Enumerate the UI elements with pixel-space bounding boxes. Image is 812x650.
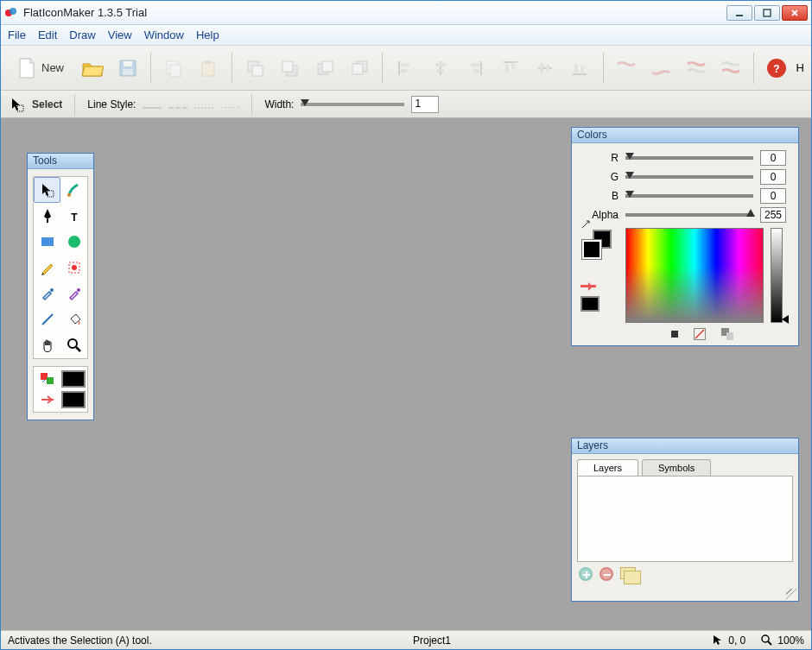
flip-v-button[interactable]	[645, 51, 676, 85]
color-mode-swap[interactable]	[721, 328, 733, 340]
tools-grid: T	[33, 176, 88, 359]
separator	[74, 94, 75, 115]
tool-brush[interactable]	[60, 177, 87, 203]
swap-icon	[580, 219, 593, 230]
layer-list[interactable]	[577, 476, 793, 562]
color-spectrum[interactable]	[625, 228, 764, 323]
copy-button[interactable]	[158, 51, 189, 85]
svg-point-45	[68, 236, 80, 248]
tool-text[interactable]: T	[60, 203, 87, 229]
line-style-label: Line Style:	[87, 98, 136, 110]
align-left-button[interactable]	[390, 51, 421, 85]
reset-colors-icon[interactable]	[580, 282, 596, 291]
menu-edit[interactable]: Edit	[38, 28, 57, 41]
tool-eyedropper[interactable]	[34, 281, 60, 306]
line-style-thin[interactable]	[220, 100, 239, 108]
menu-file[interactable]: File	[8, 28, 26, 41]
menu-window[interactable]: Window	[144, 28, 184, 41]
tool-ellipse[interactable]	[60, 229, 87, 255]
svg-rect-29	[505, 64, 509, 73]
align-center-v-button[interactable]	[530, 51, 561, 85]
default-colors-icon[interactable]	[37, 391, 58, 408]
svg-rect-3	[764, 9, 771, 16]
tool-color-dropper[interactable]	[60, 281, 87, 306]
add-layer-button[interactable]	[579, 567, 593, 581]
close-button[interactable]	[782, 5, 808, 21]
maximize-button[interactable]	[754, 5, 780, 21]
svg-rect-40	[48, 191, 54, 197]
delete-layer-button[interactable]	[599, 567, 613, 581]
tool-line[interactable]	[34, 306, 60, 332]
tool-hand[interactable]	[34, 332, 60, 358]
width-slider[interactable]	[301, 103, 404, 106]
window-controls	[726, 5, 808, 21]
align-top-button[interactable]	[494, 51, 525, 85]
align-bottom-button[interactable]	[564, 51, 595, 85]
colors-panel-title[interactable]: Colors	[572, 128, 798, 143]
current-tool-label: Select	[32, 98, 62, 110]
color-mode-none[interactable]	[694, 328, 706, 340]
line-style-dashed[interactable]	[168, 100, 187, 109]
line-style-dotted[interactable]	[194, 100, 213, 109]
svg-rect-8	[170, 65, 181, 77]
align-center-h-button[interactable]	[425, 51, 456, 85]
rotate-right-button[interactable]	[715, 51, 746, 85]
tool-marquee[interactable]	[60, 255, 87, 281]
svg-rect-25	[480, 61, 482, 75]
svg-rect-35	[574, 64, 578, 73]
duplicate-layer-button[interactable]	[620, 567, 636, 579]
help-button[interactable]: ?	[761, 51, 792, 85]
tool-select[interactable]	[34, 177, 60, 203]
alpha-slider[interactable]	[625, 213, 753, 217]
layers-panel-title[interactable]: Layers	[572, 439, 798, 454]
blue-slider[interactable]	[625, 194, 753, 198]
value-bar[interactable]	[771, 228, 783, 323]
tools-panel-title[interactable]: Tools	[28, 154, 93, 169]
background-swatch[interactable]	[61, 391, 86, 408]
send-backward-button[interactable]	[344, 51, 375, 85]
red-value[interactable]: 0	[760, 150, 786, 166]
line-style-solid[interactable]	[143, 100, 162, 109]
svg-rect-14	[282, 61, 293, 72]
tool-zoom[interactable]	[60, 332, 87, 358]
blue-value[interactable]: 0	[760, 188, 786, 204]
svg-rect-16	[322, 61, 333, 72]
tab-symbols[interactable]: Symbols	[642, 459, 711, 476]
fg-bg-swatch-stack[interactable]	[580, 228, 615, 262]
svg-line-52	[76, 347, 80, 351]
paste-button[interactable]	[193, 51, 224, 85]
foreground-swatch[interactable]	[61, 370, 86, 388]
workspace-canvas[interactable]: Tools T	[1, 118, 811, 630]
main-toolbar: New ? H	[1, 46, 811, 91]
tool-pen[interactable]	[34, 203, 60, 229]
blue-label: B	[584, 190, 619, 202]
svg-rect-24	[437, 69, 444, 73]
swap-colors-icon[interactable]	[37, 370, 58, 388]
color-mode-solid[interactable]	[671, 331, 678, 338]
red-slider[interactable]	[625, 156, 753, 160]
menu-draw[interactable]: Draw	[69, 28, 95, 41]
minimize-button[interactable]	[726, 5, 752, 21]
menu-view[interactable]: View	[108, 28, 132, 41]
green-value[interactable]: 0	[760, 169, 786, 185]
resize-grip-icon[interactable]	[786, 589, 796, 599]
save-button[interactable]	[111, 51, 143, 85]
group-front-button[interactable]	[239, 51, 270, 85]
menu-help[interactable]: Help	[196, 28, 219, 41]
current-color-swatch[interactable]	[580, 296, 599, 312]
tool-bucket[interactable]	[60, 306, 87, 332]
width-input[interactable]: 1	[411, 96, 439, 113]
tab-layers[interactable]: Layers	[577, 459, 638, 476]
group-back-button[interactable]	[274, 51, 305, 85]
open-button[interactable]	[77, 51, 108, 85]
status-zoom: 100%	[761, 634, 804, 647]
rotate-left-button[interactable]	[680, 51, 711, 85]
green-slider[interactable]	[625, 175, 753, 179]
new-button[interactable]: New	[8, 51, 73, 85]
align-right-button[interactable]	[460, 51, 491, 85]
bring-forward-button[interactable]	[308, 51, 339, 85]
tool-rectangle[interactable]	[34, 229, 60, 255]
flip-h-button[interactable]	[611, 51, 642, 85]
alpha-value[interactable]: 255	[760, 207, 786, 223]
tool-pencil[interactable]	[34, 255, 60, 281]
